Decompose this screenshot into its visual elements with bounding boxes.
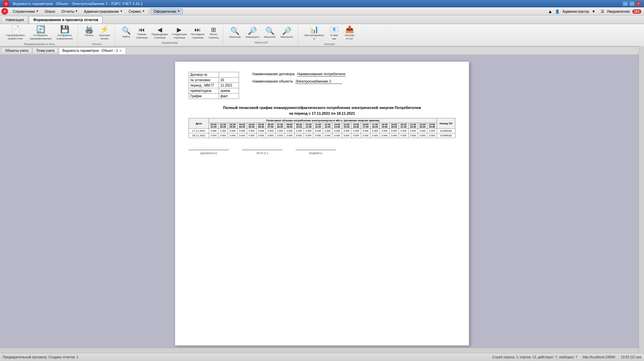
hour-col-header: 13:0014:00 <box>332 123 342 129</box>
menu-otchety[interactable]: Отчеты ▼ <box>59 9 81 14</box>
cell-value: 0.000 <box>256 133 266 138</box>
btn-print[interactable]: 🖨️ Печать <box>82 24 97 41</box>
hour-col-header: 03:0004:00 <box>237 123 247 129</box>
btn-many-pages[interactable]: ⊞ Многостраниц <box>207 26 220 40</box>
menu-divider <box>149 9 149 14</box>
btn-scale2[interactable]: 🔍 Масштаб <box>262 26 278 40</box>
cell-value: 0.006 <box>266 129 275 133</box>
info-value-priemotdacha: прием <box>219 88 239 94</box>
info-value-period: 11.2021 <box>219 83 239 88</box>
cell-value: 0.006 <box>361 129 370 133</box>
admin-icon: 👤 <box>555 9 560 14</box>
doc-tab-objects[interactable]: Объекты учета <box>1 47 32 54</box>
cell-value: 0.006 <box>285 129 294 133</box>
tab-navigation[interactable]: Навигация <box>1 16 28 23</box>
title-bar: Л Ведомость параметров - Объект - Электр… <box>0 0 644 7</box>
btn-next-page[interactable]: ▶ Следующаястраница <box>170 26 189 40</box>
toolbar-group-formation: 📄 Сформироватьновый отчет 🔄 Отобразитьсф… <box>1 25 78 45</box>
hour-col-header: 19:0020:00 <box>389 123 399 129</box>
btn-email[interactable]: 📧 E-Mailкак <box>327 24 341 41</box>
cell-value: 0.000 <box>304 133 313 138</box>
hour-col-header: 18:0019:00 <box>380 123 389 129</box>
vertical-scrollbar[interactable] <box>639 46 644 353</box>
cell-value: 0.005 <box>408 129 418 133</box>
zoom-out-icon: 🔎 <box>248 27 257 35</box>
sig-position-line <box>189 145 229 150</box>
doc-tab-points[interactable]: Точки учета <box>33 47 58 54</box>
cell-value: 0.006 <box>313 129 323 133</box>
btn-last-page[interactable]: ⏭ Последняястраница <box>189 26 206 40</box>
tab-close-icon[interactable]: ✕ <box>119 49 122 52</box>
doc-tab-vedomost[interactable]: Ведомость параметров - Объект - 1 ✕ <box>59 47 126 54</box>
cell-value: 0.005 <box>399 129 408 133</box>
cell-value: 0.005 <box>427 129 437 133</box>
hour-col-header: 06:0007:00 <box>266 123 275 129</box>
cell-value: 0.000 <box>247 133 256 138</box>
notifications-label[interactable]: Уведомления <box>607 9 630 13</box>
sig-position: (должность) <box>189 145 229 155</box>
cell-value: 0.006 <box>304 129 313 133</box>
hour-col-header: 17:0018:00 <box>370 123 380 129</box>
btn-show-saved[interactable]: 💾 Отобразитьсохраненные <box>54 24 75 41</box>
btn-export[interactable]: 📊 Экспортироватьв <box>302 24 326 41</box>
many-pages-icon: ⊞ <box>211 27 216 33</box>
header-info-right: Наименование договора Наименование потре… <box>252 72 345 85</box>
sig-position-label: (должность) <box>200 151 217 155</box>
maximize-button[interactable]: □ <box>629 1 635 6</box>
toolbar-group-export: 📊 Экспортироватьв 📧 E-Mailкак 📤 Экспортв… <box>300 25 360 45</box>
cell-date: 17.11.2021 <box>189 129 209 133</box>
btn-find[interactable]: 🔍 Найти <box>119 26 134 40</box>
btn-first-page[interactable]: ⏮ Перваястраница <box>134 26 149 40</box>
toolbar-group-scale: 🔍 Масштаб 🔎 Уменьшить 🔍 Масштаб 🔎 Увелич… <box>225 25 298 45</box>
admin-label: Администратор <box>562 9 589 13</box>
report-header: Договор № № установки 16 период , ММ.ГГ … <box>189 72 455 102</box>
btn-export-csv[interactable]: 📤 Экспортв Csv <box>342 24 357 41</box>
col-pu-header: Номер ПУ <box>437 118 455 129</box>
info-value-install: 16 <box>219 78 239 83</box>
menu-opros[interactable]: Опрос <box>42 9 58 14</box>
btn-scale[interactable]: 🔍 Масштаб <box>227 26 243 40</box>
show-formed-icon: 🔄 <box>36 26 45 33</box>
cell-value: 0.006 <box>332 129 342 133</box>
horizontal-scrollbar[interactable] <box>0 348 639 353</box>
btn-prev-page[interactable]: ◀ Предыдущаястраница <box>150 26 170 40</box>
menu-oformlenie[interactable]: Оформление ▼ <box>150 8 183 14</box>
signature-area: (должность) (Ф.И.О.) (подпись) <box>189 145 455 155</box>
close-button[interactable]: ✕ <box>636 1 641 6</box>
cell-value: 0.006 <box>256 129 266 133</box>
info-value-contract <box>219 72 239 78</box>
last-page-icon: ⏭ <box>195 27 201 33</box>
tab-reports[interactable]: Формирование и просмотр отчетов <box>29 16 103 23</box>
btn-zoom-in[interactable]: 🔎 Увеличить <box>278 26 295 40</box>
group-label-formation: Формирование отчета <box>24 42 55 46</box>
object-name-label: Наименование объекта <box>252 79 293 83</box>
menu-administrirovanie[interactable]: Администрирование ▼ <box>81 9 125 14</box>
cell-value: 0.005 <box>418 129 427 133</box>
main-content: Договор № № установки 16 период , ММ.ГГ … <box>0 55 644 352</box>
cell-value: 0.005 <box>370 129 380 133</box>
notifications-badge[interactable]: 161 <box>632 9 641 14</box>
toolbar-group-print: 🖨️ Печать ⚡ Быстраяпечать Печать <box>79 25 115 45</box>
cell-value: 0.000 <box>408 133 418 138</box>
info-label-grafik: График <box>189 94 219 99</box>
btn-quick-print[interactable]: ⚡ Быстраяпечать <box>97 24 112 41</box>
info-label-install: № установки <box>189 78 219 83</box>
menu-servis[interactable]: Сервис ▼ <box>126 9 148 14</box>
btn-zoom-out[interactable]: 🔎 Уменьшить <box>243 26 261 40</box>
hour-col-header: 23:0024:00 <box>427 123 437 129</box>
btn-new-report[interactable]: 📄 Сформироватьновый отчет <box>4 24 27 41</box>
hour-col-header: 21:0022:00 <box>408 123 418 129</box>
sig-name-line <box>242 145 282 150</box>
menu-spravochniki[interactable]: Справочники ▼ <box>10 9 41 14</box>
cell-value: 0.000 <box>399 133 408 138</box>
col-date-header: Дата <box>189 118 209 129</box>
report-title: Полный почасовой график планируемого/фак… <box>189 105 455 116</box>
nav-tabs-row: Навигация Формирование и просмотр отчето… <box>0 15 644 24</box>
chevron-down-icon: ▼ <box>592 9 596 13</box>
btn-show-formed[interactable]: 🔄 Отобразитьсформированные <box>27 24 53 41</box>
hour-col-header: 22:0023:00 <box>418 123 427 129</box>
sig-name-label: (Ф.И.О.) <box>256 151 268 155</box>
hour-col-header: 09:0010:00 <box>294 123 304 129</box>
minimize-button[interactable]: — <box>623 1 628 6</box>
data-tbody: 17.11.20210.0060.0060.0060.0060.0060.006… <box>189 129 455 138</box>
